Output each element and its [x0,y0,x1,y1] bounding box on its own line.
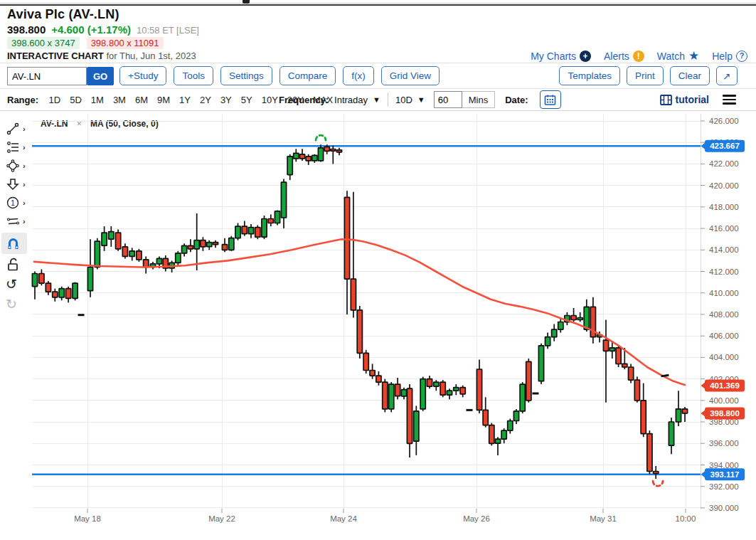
svg-text:401.369: 401.369 [710,381,740,390]
svg-text:394.000: 394.000 [709,461,739,470]
ask-quote: 398.800 x 11091 [87,37,164,49]
tutorial-link[interactable]: tutorial [676,94,709,105]
header-divider [0,63,756,63]
period-select[interactable]: 10D [395,95,412,105]
date-picker-button[interactable] [540,90,561,109]
header-link-alerts[interactable]: Alerts! [604,51,644,62]
svg-text:May 26: May 26 [463,514,490,523]
tutorial-video-icon [660,95,672,105]
toolbar-button-templates[interactable]: Templates [559,66,620,85]
svg-text:408.000: 408.000 [709,310,739,319]
quote-time: 10:58 ET [LSE] [137,25,199,36]
tutorial-area: tutorial [660,90,736,110]
svg-text:10:00: 10:00 [676,514,696,523]
range-option-3y[interactable]: 3Y [215,95,236,105]
toolbar-button-clear[interactable]: Clear [670,66,710,85]
interactive-chart-caption: INTERACTIVE CHART for Thu, Jun 1st, 2023 [7,51,196,61]
toolbar-button-tools[interactable]: Tools [174,66,213,85]
svg-text:410.000: 410.000 [709,289,739,297]
svg-text:392.000: 392.000 [709,482,739,491]
svg-text:May 31: May 31 [590,514,617,523]
toolbar-left-buttons: +StudyToolsSettingsComparef(x)Grid View [119,66,440,85]
range-option-3m[interactable]: 3M [108,95,130,105]
symbol-input[interactable] [7,67,87,85]
frequency-label: Frequency: [279,95,329,105]
star-icon: ★ [688,48,699,63]
toolbar-right-buttons: TemplatesPrintClear↗ [559,66,738,85]
range-option-9m[interactable]: 9M [153,95,175,105]
interval-unit-label: Mins [462,91,495,108]
link-label: Help [712,51,733,62]
header-link-watch[interactable]: Watch★ [657,48,699,63]
svg-text:May 18: May 18 [74,514,101,523]
last-price: 398.800 [7,23,46,36]
toolbar-button-settings[interactable]: Settings [220,66,272,85]
chevron-down-icon: ▼ [417,95,425,104]
plus-circle-icon: + [580,51,591,62]
popout-chart-button[interactable]: ↗ [716,66,738,85]
toolbar-divider [0,88,756,89]
clipped-top-element [243,0,250,4]
frequency-select[interactable]: Intraday [334,95,368,105]
svg-text:390.000: 390.000 [709,504,739,512]
link-label: Watch [657,51,685,62]
svg-text:422.000: 422.000 [709,159,739,168]
toolbar-button-f-x[interactable]: f(x) [343,66,374,85]
svg-text:393.117: 393.117 [710,470,740,479]
page-title: Aviva Plc (AV-.LN) [7,7,119,22]
svg-text:416.000: 416.000 [709,224,739,233]
top-divider-light [0,3,756,4]
link-label: Alerts [604,51,629,62]
svg-text:May 24: May 24 [330,514,357,523]
interactive-chart-label: INTERACTIVE CHART [7,51,104,61]
svg-text:420.000: 420.000 [709,181,739,190]
svg-text:426.000: 426.000 [709,117,739,125]
question-icon: ? [736,51,747,62]
go-button[interactable]: GO [87,67,114,85]
toolbar-button-study[interactable]: +Study [119,66,166,85]
range-option-5y[interactable]: 5Y [236,95,257,105]
range-option-1m[interactable]: 1M [86,95,108,105]
svg-text:406.000: 406.000 [709,332,739,340]
svg-text:May 22: May 22 [208,514,235,523]
calendar-icon [544,94,556,106]
chevron-down-icon: ▼ [373,95,380,104]
date-label: Date: [505,95,528,105]
quote-row: 398.800 +4.600 (+1.17%) 10:58 ET [LSE] [7,23,199,36]
svg-text:423.667: 423.667 [710,142,740,150]
divider [388,92,388,107]
toolbar-button-grid-view[interactable]: Grid View [381,66,440,85]
alert-icon: ! [633,51,644,62]
range-option-1d[interactable]: 1D [44,95,65,105]
svg-text:414.000: 414.000 [709,245,739,254]
header-link-my-charts[interactable]: My Charts+ [531,51,591,62]
range-option-1y[interactable]: 1Y [175,95,196,105]
svg-text:418.000: 418.000 [709,203,739,211]
range-label: Range: [7,95,38,105]
link-label: My Charts [531,51,576,62]
range-option-5d[interactable]: 5D [65,95,87,105]
bid-quote: 398.600 x 3747 [7,37,80,49]
price-change: +4.600 (+1.17%) [51,23,131,36]
svg-text:404.000: 404.000 [709,353,739,361]
header-links: My Charts+ Alerts! Watch★ Help? [531,48,747,63]
rangebar-divider [0,110,756,111]
svg-text:412.000: 412.000 [709,268,739,276]
range-option-6m[interactable]: 6M [130,95,152,105]
header-link-help[interactable]: Help? [712,51,747,62]
bid-ask-row: 398.600 x 3747 398.800 x 11091 [7,37,164,49]
frequency-bar: Frequency: Intraday ▼ 10D ▼ Mins Date: [279,90,561,110]
toolbar-button-compare[interactable]: Compare [279,66,336,85]
range-option-2y[interactable]: 2Y [195,95,215,105]
interval-input[interactable] [434,91,462,108]
bigcharts-interactive-chart-page: Aviva Plc (AV-.LN) 398.800 +4.600 (+1.17… [0,0,756,540]
svg-text:396.000: 396.000 [709,439,739,448]
svg-text:400.000: 400.000 [709,396,739,405]
toolbar-button-print[interactable]: Print [627,66,664,85]
top-divider-dark [0,4,756,6]
external-arrow-icon: ↗ [723,70,730,82]
svg-text:398.800: 398.800 [710,409,740,418]
interactive-chart-date: for Thu, Jun 1st, 2023 [104,51,196,61]
menu-icon[interactable] [723,95,736,105]
